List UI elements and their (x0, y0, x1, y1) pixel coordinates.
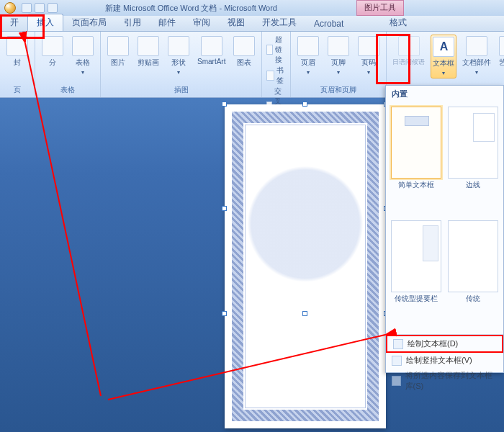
group-label-tables: 表格 (40, 84, 96, 97)
save-to-gallery-item[interactable]: 将所选内容保存到文本框库(S) (386, 368, 503, 394)
chevron-down-icon: ▾ (442, 70, 445, 76)
group-pages: 封 页 (0, 32, 35, 97)
tab-review[interactable]: 审阅 (184, 14, 219, 31)
pages-button[interactable]: 封 (4, 35, 30, 69)
gallery-item[interactable]: 传统 (445, 217, 503, 331)
greeting-button[interactable]: 日语问候语 (391, 35, 426, 68)
hyperlink-icon (266, 45, 272, 55)
save-icon (392, 376, 401, 386)
qat-undo-icon[interactable] (35, 3, 45, 13)
footer-button[interactable]: 页脚▾ (325, 35, 351, 77)
page-icon (6, 36, 28, 56)
tab-format[interactable]: 格式 (381, 14, 415, 31)
tab-references[interactable]: 引用 (115, 14, 150, 31)
header-icon (297, 36, 319, 56)
office-orb-icon[interactable] (4, 2, 16, 14)
group-label-pages: 页 (4, 84, 30, 97)
tab-home[interactable]: 开 (1, 14, 27, 31)
picture-button[interactable]: 图片 (105, 35, 131, 69)
title-bar: 新建 Microsoft Office Word 文档 - Microsoft … (0, 0, 504, 16)
draw-textbox-item[interactable]: 绘制文本框(D) (386, 335, 503, 353)
chevron-down-icon: ▾ (307, 69, 310, 76)
gallery-grid: 简单文本框 边线 传统型提要栏 传统 (386, 102, 503, 333)
wordart-icon (499, 36, 504, 56)
clipart-button[interactable]: 剪贴画 (135, 35, 161, 69)
bookmark-icon (266, 71, 274, 81)
parts-icon (466, 36, 487, 56)
chevron-down-icon: ▾ (475, 69, 478, 76)
page-break-button[interactable]: 分 (40, 35, 66, 69)
thumb-edge (448, 107, 498, 179)
ribbon-tabs: 开 插入 页面布局 引用 邮件 审阅 视图 开发工具 Acrobat 格式 (0, 16, 504, 32)
chevron-down-icon: ▾ (177, 69, 180, 76)
table-icon (72, 36, 94, 56)
hyperlink-button[interactable]: 超链接 (266, 35, 286, 65)
gallery-item[interactable]: 传统型提要栏 (387, 217, 445, 331)
group-links: 超链接 书签 交叉引用 链接 (262, 32, 291, 97)
smartart-button[interactable]: SmartArt (196, 35, 227, 67)
thumb-simple (391, 107, 441, 179)
tab-insert[interactable]: 插入 (27, 14, 63, 31)
group-illustrations: 图片 剪贴画 形状▾ SmartArt 图表 插图 (101, 32, 262, 97)
qat-save-icon[interactable] (22, 3, 32, 13)
thumb-sidebar (391, 220, 441, 292)
textbox-gallery: 内置 简单文本框 边线 传统型提要栏 传统 绘制文本框(D) 绘制竖排文本框(V… (385, 85, 504, 373)
chevron-down-icon: ▾ (81, 69, 84, 76)
chart-button[interactable]: 图表 (231, 35, 257, 69)
gallery-item[interactable]: 简单文本框 (387, 104, 445, 217)
tab-page-layout[interactable]: 页面布局 (63, 14, 115, 31)
group-tables: 分 表格▾ 表格 (35, 32, 101, 97)
group-label-header-footer: 页眉和页脚 (295, 84, 382, 97)
bookmark-button[interactable]: 书签 (266, 66, 286, 86)
parts-button[interactable]: 文档部件▾ (461, 35, 492, 77)
window-title: 新建 Microsoft Office Word 文档 - Microsoft … (105, 3, 277, 14)
chevron-down-icon: ▾ (367, 69, 370, 76)
tab-mailings[interactable]: 邮件 (150, 14, 184, 31)
draw-vertical-textbox-item[interactable]: 绘制竖排文本框(V) (386, 353, 503, 368)
gallery-header: 内置 (386, 86, 503, 102)
smartart-icon (201, 36, 222, 56)
break-icon (42, 36, 63, 56)
greeting-icon (398, 36, 420, 56)
vertical-textbox-icon (392, 356, 402, 366)
picture-icon (107, 36, 129, 56)
header-button[interactable]: 页眉▾ (295, 35, 321, 77)
clipart-icon (138, 36, 159, 56)
textbox-button[interactable]: A文本框▾ (431, 35, 456, 78)
wordart-button[interactable]: 艺术字▾ (497, 35, 504, 77)
tab-acrobat[interactable]: Acrobat (305, 17, 352, 31)
qat-redo-icon[interactable] (48, 3, 58, 13)
shapes-icon (168, 36, 189, 56)
footer-icon (328, 36, 349, 56)
chevron-down-icon: ▾ (337, 69, 340, 76)
thumb-traditional (448, 220, 498, 292)
chart-icon (233, 36, 255, 56)
tab-view[interactable]: 视图 (219, 14, 253, 31)
shapes-button[interactable]: 形状▾ (166, 35, 192, 77)
table-button[interactable]: 表格▾ (70, 35, 96, 77)
tab-developer[interactable]: 开发工具 (253, 14, 305, 31)
group-label-illustrations: 插图 (105, 84, 257, 97)
page-number-icon (358, 36, 379, 56)
textbox-icon: A (433, 37, 454, 57)
gallery-item[interactable]: 边线 (445, 104, 503, 217)
gallery-menu: 绘制文本框(D) 绘制竖排文本框(V) 将所选内容保存到文本框库(S) (386, 334, 503, 394)
contextual-tab-label[interactable]: 图片工具 (356, 0, 404, 16)
quick-access-toolbar (22, 3, 58, 13)
selection-handles (225, 104, 386, 313)
group-header-footer: 页眉▾ 页脚▾ 页码▾ 页眉和页脚 (291, 32, 387, 97)
textbox-icon (393, 339, 403, 349)
page-number-button[interactable]: 页码▾ (356, 35, 382, 77)
